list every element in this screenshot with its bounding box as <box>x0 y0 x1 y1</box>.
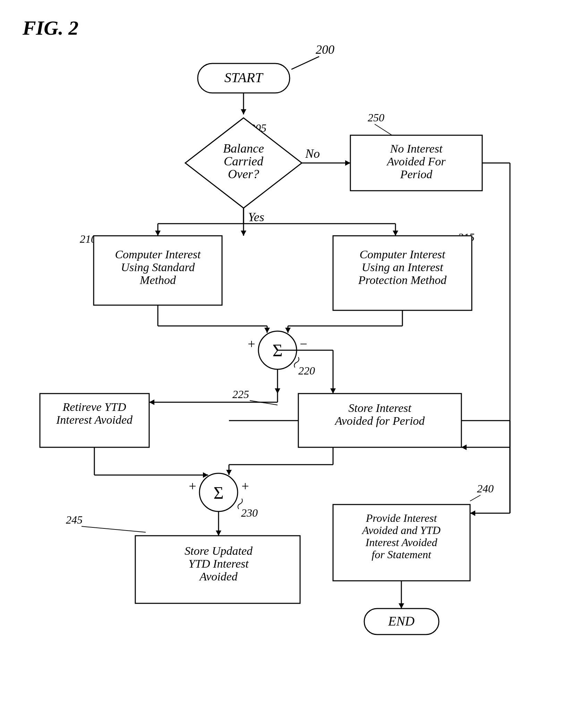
store-updated-line3: Avoided <box>199 570 238 583</box>
store-updated-line1: Store Updated <box>185 544 253 557</box>
sigma2-plus1: + <box>189 479 196 493</box>
protection-line3: Protection Method <box>358 274 447 286</box>
label-250: 250 <box>368 111 384 124</box>
no-label: No <box>305 147 320 161</box>
svg-marker-33 <box>330 388 336 394</box>
svg-marker-24 <box>285 328 291 333</box>
svg-line-55 <box>470 495 480 501</box>
decision-line2: Carried <box>224 154 264 168</box>
sigma2-plus2: + <box>241 479 249 493</box>
sigma1-plus: + <box>248 337 255 351</box>
no-interest-line2: Avoided For <box>386 155 446 168</box>
label-230: 230 <box>241 507 258 519</box>
standard-line3: Method <box>139 274 176 286</box>
retrieve-line2: Interest Avoided <box>56 413 133 426</box>
svg-marker-30 <box>461 445 467 450</box>
svg-marker-20 <box>264 328 270 333</box>
svg-marker-2 <box>241 109 246 114</box>
sigma1-minus: − <box>300 337 307 351</box>
svg-marker-7 <box>241 231 246 236</box>
svg-marker-37 <box>149 399 154 405</box>
fig-title: FIG. 2 <box>22 17 78 39</box>
flowchart-diagram: FIG. 2 200 START 205 Balance Carried Ove… <box>0 0 588 724</box>
decision-line1: Balance <box>223 141 264 155</box>
label-200: 200 <box>316 43 334 57</box>
svg-marker-16 <box>393 231 398 236</box>
svg-marker-26 <box>275 388 280 394</box>
provide-line1: Provide Interest <box>366 512 437 524</box>
provide-line3: Interest Avoided <box>365 536 437 549</box>
store-period-line2: Avoided for Period <box>334 414 425 427</box>
svg-marker-4 <box>345 160 350 166</box>
standard-line1: Computer Interest <box>115 248 201 261</box>
yes-label: Yes <box>248 210 264 224</box>
label-245: 245 <box>66 514 83 526</box>
start-label: START <box>224 70 264 85</box>
store-period-line1: Store Interest <box>348 402 412 414</box>
protection-line1: Computer Interest <box>359 248 446 261</box>
label-225: 225 <box>232 388 249 400</box>
no-interest-line1: No Interest <box>390 142 443 155</box>
label-240: 240 <box>477 482 494 495</box>
svg-line-5 <box>375 124 392 135</box>
svg-line-0 <box>291 57 319 69</box>
svg-marker-12 <box>155 231 161 236</box>
svg-marker-57 <box>399 603 404 609</box>
end-label: END <box>388 614 415 628</box>
svg-marker-49 <box>216 531 221 536</box>
svg-marker-46 <box>226 470 232 475</box>
standard-line2: Using Standard <box>121 261 195 274</box>
store-updated-line2: YTD Interest <box>188 557 249 570</box>
page: FIG. 2 200 START 205 Balance Carried Ove… <box>0 0 588 724</box>
no-interest-line3: Period <box>400 168 433 181</box>
retrieve-line1: Retireve YTD <box>62 400 126 413</box>
label-220: 220 <box>298 364 315 377</box>
svg-line-47 <box>82 526 146 532</box>
sigma2-label: Σ <box>213 483 223 502</box>
svg-marker-54 <box>470 510 475 516</box>
protection-line2: Using an Interest <box>362 261 444 274</box>
provide-line2: Avoided and YTD <box>361 524 441 536</box>
decision-line3: Over? <box>228 167 259 181</box>
provide-line4: for Statement <box>372 548 432 561</box>
